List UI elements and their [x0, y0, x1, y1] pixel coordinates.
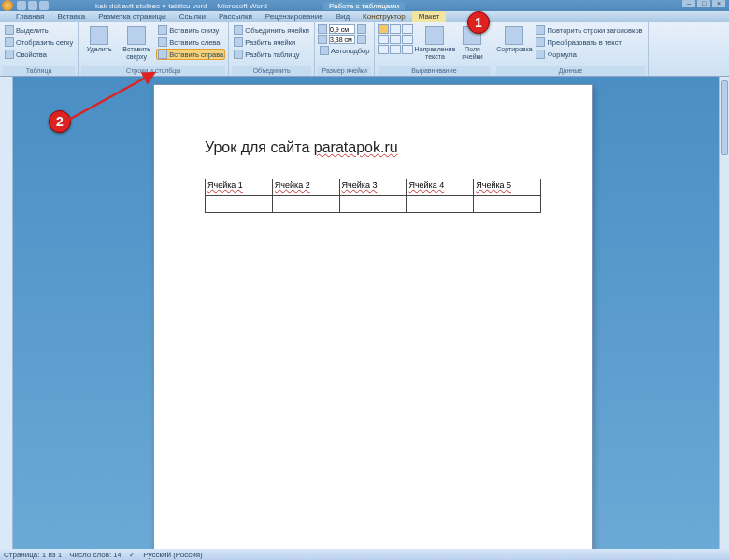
tab-layout[interactable]: Макет	[412, 11, 447, 22]
minimize-button[interactable]: –	[682, 0, 695, 7]
distribute-rows-icon[interactable]	[357, 24, 366, 34]
convert-to-text-button[interactable]: Преобразовать в текст	[534, 36, 644, 48]
align-mr[interactable]	[402, 35, 413, 44]
tab-mailings[interactable]: Рассылки	[212, 11, 259, 22]
document-heading[interactable]: Урок для сайта paratapok.ru	[205, 139, 541, 156]
repeat-icon	[536, 25, 545, 35]
row-height-input[interactable]	[329, 24, 355, 34]
tab-insert[interactable]: Вставка	[50, 11, 92, 22]
gridlines-button[interactable]: Отобразить сетку	[3, 36, 75, 48]
group-title-rows-cols: Строки и столбцы	[81, 66, 225, 76]
app-name: Microsoft Word	[217, 2, 267, 10]
quick-access-toolbar	[17, 1, 49, 10]
align-tl[interactable]	[378, 24, 389, 34]
table-tools-label: Работа с таблицами	[323, 2, 405, 10]
sort-button[interactable]: Сортировка	[496, 24, 532, 66]
text-direction-button[interactable]: Направление текста	[417, 24, 452, 66]
table-cell[interactable]	[474, 196, 541, 213]
vertical-scrollbar[interactable]	[719, 77, 729, 549]
align-ml[interactable]	[378, 35, 389, 44]
table-cell[interactable]: Ячейка 5	[474, 179, 541, 196]
split-table-button[interactable]: Разбить таблицу	[232, 49, 311, 60]
align-bc[interactable]	[390, 45, 401, 54]
close-button[interactable]: ×	[712, 0, 725, 7]
repeat-headers-button[interactable]: Повторить строки заголовков	[534, 24, 644, 36]
merge-icon	[234, 25, 243, 35]
grid-icon	[5, 37, 14, 47]
formula-button[interactable]: Формула	[534, 49, 644, 60]
group-merge: Объединить ячейки Разбить ячейки Разбить…	[229, 22, 315, 76]
scroll-thumb[interactable]	[721, 80, 728, 155]
delete-icon	[90, 26, 108, 45]
align-tc[interactable]	[390, 24, 401, 34]
redo-icon[interactable]	[39, 1, 49, 10]
col-width-input[interactable]	[329, 35, 355, 44]
autofit-button[interactable]: Автоподбор	[318, 45, 371, 56]
ribbon: Выделить Отобразить сетку Свойства Табли…	[0, 22, 729, 77]
group-data: Сортировка Повторить строки заголовков П…	[493, 22, 648, 76]
insert-right-icon	[158, 50, 167, 59]
align-bl[interactable]	[378, 45, 389, 54]
insert-right-button[interactable]: Вставить справа	[156, 49, 225, 60]
split-cells-button[interactable]: Разбить ячейки	[232, 36, 311, 48]
properties-button[interactable]: Свойства	[3, 49, 75, 60]
tab-review[interactable]: Рецензирование	[259, 11, 330, 22]
insert-above-button[interactable]: Вставить сверху	[119, 24, 154, 66]
status-words[interactable]: Число слов: 14	[69, 551, 122, 559]
office-button[interactable]	[2, 0, 13, 11]
tab-home[interactable]: Главная	[9, 11, 50, 22]
tab-page-layout[interactable]: Разметка страницы	[92, 11, 173, 22]
tab-view[interactable]: Вид	[330, 11, 356, 22]
insert-left-icon	[158, 37, 167, 47]
align-tr[interactable]	[402, 24, 413, 34]
table-cell[interactable]: Ячейка 1	[206, 179, 273, 196]
group-rows-cols: Удалить Вставить сверху Вставить снизу В…	[79, 22, 229, 76]
table-cell[interactable]	[272, 196, 339, 213]
group-table: Выделить Отобразить сетку Свойства Табли…	[0, 22, 79, 76]
select-button[interactable]: Выделить	[3, 24, 75, 36]
table-row[interactable]	[206, 196, 541, 213]
ribbon-tabs: Главная Вставка Разметка страницы Ссылки…	[0, 11, 729, 22]
group-title-table: Таблица	[3, 66, 75, 76]
insert-above-icon	[127, 26, 146, 45]
page[interactable]: Урок для сайта paratapok.ru Ячейка 1 Яче…	[153, 84, 593, 549]
table-row[interactable]: Ячейка 1 Ячейка 2 Ячейка 3 Ячейка 4 Ячей…	[206, 179, 541, 196]
totext-icon	[536, 37, 545, 47]
status-bar: Страница: 1 из 1 Число слов: 14 ✓ Русски…	[0, 549, 729, 560]
group-cell-size: Автоподбор Размер ячейки	[315, 22, 375, 76]
text-direction-icon	[425, 26, 444, 45]
save-icon[interactable]	[17, 1, 26, 10]
group-title-align: Выравнивание	[378, 66, 490, 76]
undo-icon[interactable]	[28, 1, 37, 10]
table-cell[interactable]: Ячейка 4	[407, 179, 474, 196]
table-cell[interactable]: Ячейка 2	[272, 179, 339, 196]
merge-cells-button[interactable]: Объединить ячейки	[232, 24, 311, 36]
title-bar: kak-dobavit-stolbec-v-tablicu-vord - Mic…	[0, 0, 729, 11]
autofit-icon	[320, 46, 329, 55]
status-page[interactable]: Страница: 1 из 1	[4, 551, 62, 559]
document-title: kak-dobavit-stolbec-v-tablicu-vord	[95, 2, 207, 10]
cursor-icon	[5, 25, 14, 35]
split-icon	[234, 37, 243, 47]
document-table[interactable]: Ячейка 1 Ячейка 2 Ячейка 3 Ячейка 4 Ячей…	[205, 179, 541, 213]
insert-below-button[interactable]: Вставить снизу	[156, 24, 225, 36]
table-cell[interactable]	[407, 196, 474, 213]
document-area: Урок для сайта paratapok.ru Ячейка 1 Яче…	[0, 77, 729, 549]
table-cell[interactable]: Ячейка 3	[339, 179, 407, 196]
table-cell[interactable]	[339, 196, 407, 213]
props-icon	[5, 50, 14, 59]
tab-design[interactable]: Конструктор	[356, 11, 412, 22]
group-title-merge: Объединить	[232, 66, 311, 76]
align-br[interactable]	[402, 45, 413, 54]
table-cell[interactable]	[206, 196, 273, 213]
distribute-cols-icon[interactable]	[357, 35, 366, 44]
maximize-button[interactable]: □	[697, 0, 710, 7]
insert-left-button[interactable]: Вставить слева	[156, 36, 225, 48]
delete-button[interactable]: Удалить	[81, 24, 117, 66]
sort-icon	[505, 26, 523, 45]
group-title-data: Данные	[496, 66, 644, 76]
tab-references[interactable]: Ссылки	[173, 11, 212, 22]
align-mc[interactable]	[390, 35, 401, 44]
status-language[interactable]: Русский (Россия)	[143, 551, 202, 559]
proofing-icon[interactable]: ✓	[129, 551, 136, 559]
